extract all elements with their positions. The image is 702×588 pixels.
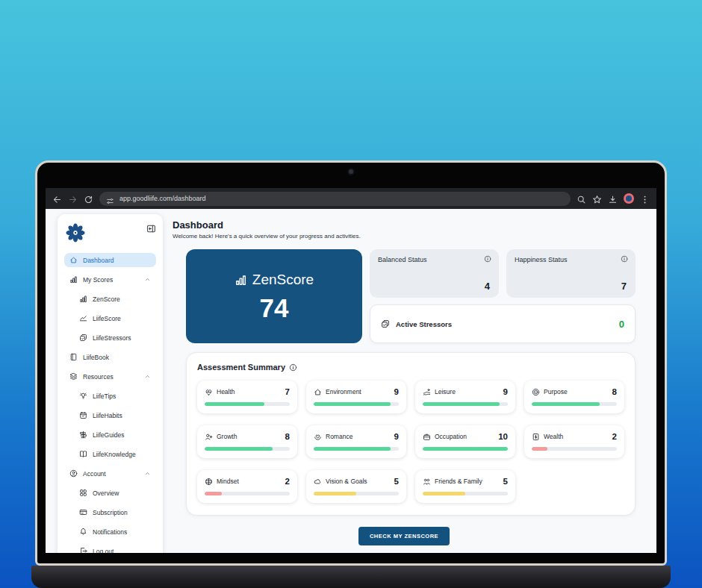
info-icon[interactable] (621, 255, 628, 263)
assessment-tile-mindset: Mindset2 (197, 470, 297, 503)
bulb-icon (79, 392, 87, 400)
info-icon[interactable] (289, 363, 297, 372)
sidebar-item-account[interactable]: Account (64, 466, 156, 481)
sidebar-collapse-button[interactable] (146, 223, 156, 233)
laptop-mockup: app.goodliife.com/dashboard (35, 160, 667, 566)
person-circle-icon (69, 469, 78, 478)
tile-progress-track (423, 492, 508, 495)
sidebar-item-liifeknowledge[interactable]: LiifeKnowledge (74, 447, 156, 461)
calendar-check-icon (79, 411, 87, 419)
sidebar-item-resources[interactable]: Resources (64, 369, 156, 384)
address-bar[interactable]: app.goodliife.com/dashboard (99, 192, 571, 206)
main-area: Dashboard Welcome back! Here's a quick o… (173, 209, 636, 553)
sidebar-item-subscription[interactable]: Subscription (74, 505, 156, 519)
sidebar-item-liifebook[interactable]: LiifeBook (64, 350, 156, 364)
sidebar-item-label: Subscription (93, 509, 128, 516)
bar-chart-icon (69, 275, 78, 284)
url-text[interactable]: app.goodliife.com/dashboard (119, 195, 206, 202)
info-icon[interactable] (484, 255, 491, 263)
tile-value: 2 (285, 477, 290, 486)
money-icon (532, 433, 540, 441)
active-stressors-value: 0 (619, 319, 624, 330)
sidebar-item-zenscore[interactable]: ZenScore (74, 292, 156, 306)
sidebar-item-label: LiifeKnowledge (93, 451, 136, 458)
active-stressors-card: Active Stressors 0 (370, 304, 636, 343)
sidebar-item-dashboard[interactable]: Dashboard (64, 253, 156, 267)
chevron-up-icon (144, 276, 151, 283)
tile-progress-track (205, 402, 290, 406)
home-icon (314, 388, 322, 396)
balanced-status-value: 4 (485, 281, 490, 292)
download-icon[interactable] (608, 194, 618, 204)
assessment-tile-purpose: Purpose8 (524, 381, 624, 413)
tile-label: Growth (217, 433, 237, 440)
tile-label: Purpose (544, 388, 568, 395)
sidebar-item-liifescore[interactable]: LiifeScore (74, 311, 156, 325)
zenscore-label: ZenScore (252, 272, 314, 288)
tile-progress-track (314, 492, 399, 495)
signpost-icon (79, 431, 87, 439)
sidebar-item-liifeguides[interactable]: LiifeGuides (74, 428, 156, 442)
tile-header: Mindset2 (205, 477, 290, 486)
sidebar-item-liifestressors[interactable]: LiifeStressors (74, 331, 156, 345)
tile-value: 10 (498, 432, 508, 441)
assessment-summary-header: Assessment Summary (197, 363, 624, 372)
zoom-search-icon[interactable] (577, 194, 586, 204)
tile-value: 8 (612, 387, 617, 396)
sidebar-item-label: ZenScore (93, 295, 120, 303)
tile-header: Romance9 (314, 432, 399, 441)
sidebar-item-logout[interactable]: Log out (74, 544, 156, 553)
tile-label: Vision & Goals (326, 478, 367, 485)
tile-header: Vision & Goals5 (314, 477, 399, 486)
tile-value: 9 (503, 387, 508, 396)
status-stack: Balanced Status 4 Happiness Status 7 (370, 249, 636, 343)
open-book-icon (79, 450, 87, 458)
sidebar-item-liifehabits[interactable]: LiifeHabits (74, 408, 156, 422)
home-icon (69, 256, 78, 264)
tile-progress-fill (314, 447, 391, 451)
assessment-tile-romance: Romance9 (306, 425, 406, 458)
assessment-summary-panel: Assessment Summary Health7Environment9Le… (186, 352, 636, 516)
balanced-status-card: Balanced Status 4 (370, 249, 499, 298)
tile-progress-track (532, 402, 617, 406)
assessment-tile-vision-goals: Vision & Goals5 (306, 470, 406, 503)
layers-icon (69, 372, 78, 381)
forward-arrow-icon[interactable] (68, 194, 78, 204)
page-title: Dashboard (173, 219, 636, 231)
target-icon (532, 388, 540, 396)
tile-progress-track (205, 492, 290, 495)
bookmark-star-icon[interactable] (592, 194, 602, 204)
credit-card-icon (79, 508, 87, 516)
reload-icon[interactable] (84, 194, 93, 204)
bar-chart-icon (234, 274, 247, 287)
tile-label: Romance (326, 433, 352, 440)
person-plus-icon (205, 433, 213, 441)
tile-value: 9 (394, 432, 399, 441)
browser-window: app.goodliife.com/dashboard (46, 188, 656, 553)
happiness-status-label: Happiness Status (515, 256, 627, 263)
tile-header: Health7 (205, 387, 290, 396)
tile-progress-fill (205, 492, 222, 495)
check-my-zenscore-button[interactable]: CHECK MY ZENSCORE (358, 527, 450, 545)
app-content: DashboardMy ScoresZenScoreLiifeScoreLiif… (46, 209, 656, 553)
sidebar-item-liifetips[interactable]: LiifeTips (74, 389, 156, 403)
assessment-tile-growth: Growth8 (197, 425, 297, 458)
tile-header: Environment9 (314, 387, 399, 396)
zenscore-label-row: ZenScore (234, 272, 314, 288)
sidebar-item-overview[interactable]: Overview (74, 486, 156, 500)
menu-kebab-icon[interactable] (640, 194, 650, 204)
profile-avatar[interactable] (624, 193, 634, 204)
site-settings-icon[interactable] (106, 195, 114, 203)
tile-progress-track (314, 447, 399, 451)
zenscore-card: ZenScore 74 (186, 249, 362, 343)
sidebar-item-my-scores[interactable]: My Scores (64, 272, 156, 287)
sidebar-item-notifications[interactable]: Notifications (74, 525, 156, 539)
tile-progress-track (532, 447, 617, 451)
tile-label: Leisure (435, 388, 456, 395)
back-arrow-icon[interactable] (52, 194, 62, 204)
tile-label: Wealth (544, 433, 563, 440)
score-cards-row: ZenScore 74 Balanced Status 4 (186, 249, 636, 343)
tile-value: 8 (285, 432, 290, 441)
sidebar-item-label: My Scores (83, 276, 113, 284)
grid-icon (79, 489, 87, 497)
